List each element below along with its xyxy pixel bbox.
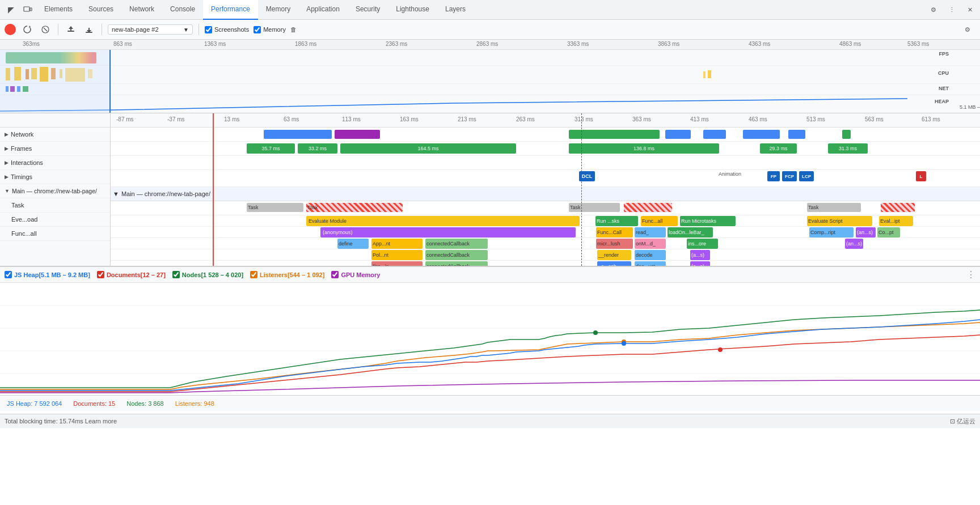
render-bar[interactable]: __render [597,250,631,260]
gpu-legend[interactable]: GPU Memory [331,271,380,278]
onmd-bar[interactable]: onM...d_ [635,239,666,249]
loadon-bar[interactable]: loadOn...leBar_ [668,227,713,237]
documents-label: Documents[12 – 27] [107,271,166,278]
sidebar-item-eve-oad[interactable]: Eve...oad [0,213,110,227]
eval-ipt2-bar[interactable]: Eval...ipt [879,216,913,226]
comp-ript-bar[interactable]: Comp...ript [809,227,854,237]
js-heap-legend[interactable]: JS Heap[5.1 MB – 9.2 MB] [5,271,90,278]
task-bar-6[interactable] [881,203,915,212]
device-icon[interactable] [19,0,36,20]
tab-security[interactable]: Security [348,0,388,20]
an-s-bar[interactable]: (an...s) [856,227,876,237]
sidebar-item-main[interactable]: ▼ Main — chrome://new-tab-page/ [0,184,110,198]
memory-checkbox-group[interactable]: Memory [254,26,286,33]
frame-bar-3[interactable]: 164.5 ms [340,143,516,154]
decode-bar[interactable]: decode [635,250,666,260]
run-sks-bar[interactable]: Run ...sks [595,216,638,226]
nodes-legend[interactable]: Nodes[1 528 – 4 020] [172,271,243,278]
network-bar-2[interactable] [335,130,380,139]
evaluate-script-bar[interactable]: Evaluate Script [807,216,872,226]
frame-bar-6[interactable]: 31.3 ms [828,143,868,154]
gpu-check[interactable] [331,271,339,278]
screenshots-checkbox-group[interactable]: Screenshots [205,26,249,33]
screenshots-checkbox[interactable] [205,26,212,33]
sidebar-item-timings[interactable]: ▶ Timings [0,170,110,184]
func-call-bar[interactable]: Func...Call [596,227,633,237]
network-bar-5[interactable] [703,130,726,139]
memory-checkbox[interactable] [254,26,261,33]
task-bar-5[interactable]: Task [807,203,861,212]
dec-uct-bar[interactable]: dec...uct [635,261,666,266]
task-bar-2[interactable]: Task [306,203,403,212]
connected2-bar[interactable]: connectedCallback [425,250,488,260]
frame-bar-2[interactable]: 33.2 ms [298,143,337,154]
task-bar-4[interactable] [624,203,672,212]
frame-bar-4[interactable]: 136.8 ms [569,143,719,154]
more-icon[interactable]: ⋮ [944,2,960,18]
reload-record-button[interactable] [20,23,34,36]
an-s2-bar[interactable]: (an...s) [845,239,863,249]
tab-lighthouse[interactable]: Lighthouse [388,0,437,20]
documents-check[interactable] [97,271,104,278]
listeners-legend[interactable]: Listeners[544 – 1 092] [250,271,324,278]
a-s-bar[interactable]: (a...s) [690,250,710,260]
anonymous-row: (anonymous) Func...Call read_ loadOn...l… [111,227,980,238]
pro-in-bar[interactable]: Pro...in [371,261,423,266]
run-micro-bar[interactable]: Run Microtasks [680,216,736,226]
network-bar-1[interactable] [264,130,332,139]
pol-nt-bar[interactable]: Pol...nt [371,250,423,260]
read-bar[interactable]: read_ [635,227,666,237]
define-bar[interactable]: define [337,239,369,249]
clear-button[interactable] [39,23,52,36]
tab-network[interactable]: Network [121,0,162,20]
frame-bar-1[interactable]: 35.7 ms [247,143,295,154]
tab-performance[interactable]: Performance [203,0,258,20]
status-text: Total blocking time: 15.74ms Learn more [5,418,117,425]
record-stop-button[interactable] [5,24,16,35]
page-selector[interactable]: new-tab-page #2 ▼ [108,24,193,35]
network-bar-7[interactable] [788,130,805,139]
sidebar-item-func-all[interactable]: Func...all [0,227,110,241]
network-bar-6[interactable] [743,130,780,139]
tab-sources[interactable]: Sources [81,0,121,20]
anonymous-bar[interactable]: (anonymous) [320,227,576,237]
sidebar-item-network[interactable]: ▶ Network [0,128,110,142]
settings-icon[interactable]: ⚙ [926,2,941,18]
connected1-bar[interactable]: connectedCallback [425,239,488,249]
tab-layers[interactable]: Layers [437,0,474,20]
co-pt-bar[interactable]: Co...pt [877,227,900,237]
app-nt-bar[interactable]: App...nt [371,239,423,249]
tab-application[interactable]: Application [298,0,348,20]
download-button[interactable] [82,23,96,36]
documents-legend[interactable]: Documents[12 – 27] [97,271,166,278]
network-bar-4[interactable] [665,130,691,139]
tab-elements[interactable]: Elements [36,0,81,20]
nodes-check[interactable] [172,271,180,278]
task-label: Task [570,205,581,210]
sidebar-item-frames[interactable]: ▶ Frames [0,142,110,156]
network-bar-8[interactable] [842,130,851,139]
more-settings-icon[interactable]: ⚙ [960,22,975,37]
func-all-bar[interactable]: Func...all [641,216,678,226]
tab-console[interactable]: Console [162,0,203,20]
as-bar[interactable]: (a...s) [690,261,710,266]
trash-icon[interactable]: 🗑 [290,26,297,33]
task-bar-3[interactable]: Task [569,203,620,212]
task-bar-1[interactable]: Task [247,203,303,212]
sidebar-item-task[interactable]: Task [0,198,110,213]
micr-lush-bar[interactable]: micr...lush [596,239,633,249]
evaluate-module-bar[interactable]: Evaluate Module [306,216,580,226]
listeners-check[interactable] [250,271,257,278]
tab-memory[interactable]: Memory [258,0,298,20]
network-bar-3[interactable] [569,130,660,139]
dock-icon[interactable]: ◤ [2,0,19,20]
frame-bar-5[interactable]: 29.3 ms [760,143,797,154]
js-heap-check[interactable] [5,271,12,278]
a-esh-bar[interactable]: _a...esh [597,261,631,266]
memory-more-icon[interactable]: ⋮ [966,269,975,280]
ins-ore-bar[interactable]: ins...ore [687,239,718,249]
upload-button[interactable] [64,23,78,36]
sidebar-item-interactions[interactable]: ▶ Interactions [0,156,110,170]
close-icon[interactable]: ✕ [962,2,978,18]
connected3-bar[interactable]: connectedCallback [425,261,488,266]
